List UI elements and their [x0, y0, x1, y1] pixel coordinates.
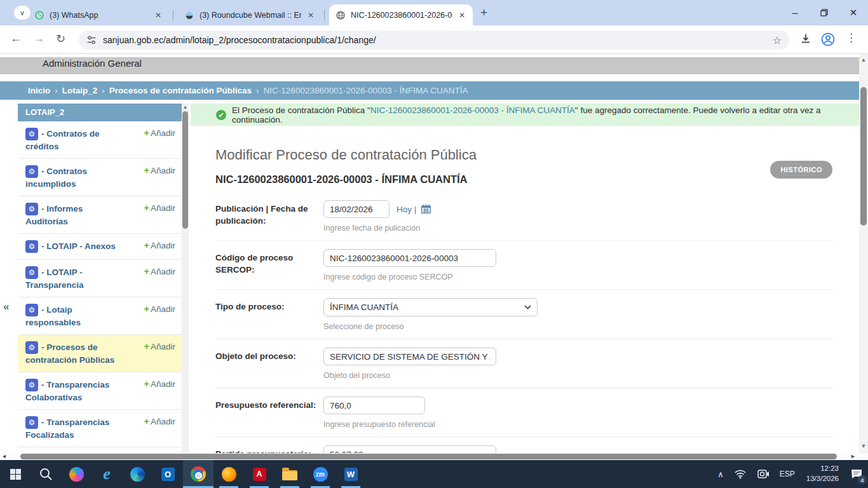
copilot-icon: [69, 467, 84, 482]
outlook-button[interactable]: O: [153, 460, 183, 488]
scroll-down-icon[interactable]: ▼: [859, 443, 868, 449]
file-explorer-button[interactable]: [275, 460, 305, 488]
field-help: Ingrese presupuesto referencial: [323, 420, 833, 429]
close-tab-icon[interactable]: ✕: [306, 11, 315, 20]
sidebar-item-contratos-incumplidos[interactable]: ⚙- Contratos incumplidos +Añadir: [18, 159, 182, 196]
sidebar-scrollbar[interactable]: ▲: [182, 104, 189, 453]
add-button[interactable]: +Añadir: [144, 165, 175, 175]
tray-chevron-up-icon[interactable]: ∧: [712, 460, 729, 488]
download-icon[interactable]: [799, 32, 812, 48]
add-button[interactable]: +Añadir: [144, 127, 175, 138]
add-button[interactable]: +Añadir: [144, 303, 175, 314]
calendar-icon[interactable]: [421, 204, 431, 214]
copilot-button[interactable]: [61, 460, 92, 488]
partida-input[interactable]: [323, 445, 496, 453]
site-header-band: Administración General: [0, 57, 859, 74]
zoom-button[interactable]: zm: [305, 460, 336, 488]
sidebar-collapse-icon[interactable]: «: [3, 301, 9, 313]
wifi-icon[interactable]: [729, 460, 752, 488]
horizontal-scrollbar-thumb[interactable]: [20, 454, 837, 459]
acrobat-button[interactable]: A: [244, 460, 275, 488]
notification-button[interactable]: 4: [845, 460, 868, 488]
chrome-button[interactable]: ☺: [183, 460, 214, 488]
language-indicator[interactable]: ESP: [775, 460, 800, 488]
add-button[interactable]: +Añadir: [144, 416, 175, 426]
sidebar-item-lotaip-anexos[interactable]: ⚙- LOTAIP - Anexos +Añadir: [18, 234, 182, 260]
site-settings-icon[interactable]: [86, 35, 97, 45]
address-bar[interactable]: sanjuan.gob.ec/admin/lotaip_2/procesocon…: [79, 30, 789, 50]
add-button[interactable]: +Añadir: [144, 240, 175, 250]
forward-button[interactable]: →: [33, 32, 44, 45]
scroll-up-icon[interactable]: ▲: [182, 104, 189, 110]
start-button[interactable]: [0, 460, 31, 488]
close-tab-icon[interactable]: ✕: [154, 11, 163, 20]
codigo-sercop-input[interactable]: [323, 249, 496, 267]
sidebar-item-transparencias-focalizadas[interactable]: ⚙- Transparencias Focalizadas +Añadir: [18, 410, 182, 447]
taskbar: e O ☺ A zm W ∧ ESP 12:2313/3/2026 4: [0, 460, 868, 488]
sidebar-item-contratos-creditos[interactable]: ⚙- Contratos de créditos +Añadir: [18, 121, 182, 159]
breadcrumb-separator: ›: [55, 86, 58, 95]
sidebar-item-informes-auditorias[interactable]: ⚙- Informes Auditorías +Añadir: [18, 196, 182, 234]
add-button[interactable]: +Añadir: [144, 378, 175, 389]
url-text[interactable]: sanjuan.gob.ec/admin/lotaip_2/procesocon…: [103, 35, 773, 45]
restore-button[interactable]: [810, 0, 839, 25]
reload-button[interactable]: ↻: [56, 32, 65, 46]
presupuesto-input[interactable]: [323, 396, 425, 414]
gear-icon: ⚙: [25, 379, 38, 391]
objeto-proceso-input[interactable]: [323, 348, 496, 365]
object-link[interactable]: NIC-1260023860001-2026-00003 - ÍNFIMA CU…: [370, 105, 575, 115]
internet-explorer-button[interactable]: e: [92, 460, 122, 488]
tab-whatsapp[interactable]: (3) WhatsApp ✕: [28, 4, 169, 25]
new-tab-button[interactable]: +: [480, 6, 487, 20]
add-button[interactable]: +Añadir: [144, 266, 175, 276]
historic-button[interactable]: HISTÓRICO: [770, 161, 832, 179]
meet-now-icon[interactable]: [752, 460, 775, 488]
scroll-left-icon[interactable]: ◄: [1, 453, 7, 459]
browser-tab-strip: ∨ (3) WhatsApp ✕ (3) Roundcube Webmail :…: [0, 0, 868, 25]
firefox-button[interactable]: [214, 460, 244, 488]
sidebar-item-transparencias-colaborativas[interactable]: ⚙- Transparencias Colaborativas +Añadir: [18, 372, 182, 410]
add-button[interactable]: +Añadir: [144, 202, 175, 213]
search-button[interactable]: [31, 460, 61, 488]
back-button[interactable]: ←: [10, 32, 22, 45]
menu-dots-icon[interactable]: ⋮: [846, 31, 857, 44]
sidebar-item-procesos-contratacion[interactable]: ⚙- Procesos de contratación Públicas +Añ…: [18, 335, 182, 372]
plus-icon: +: [144, 202, 149, 213]
sidebar-item-lotaip-responsables[interactable]: ⚙- Lotaip responsables +Añadir: [18, 297, 182, 335]
check-icon: ✔: [216, 110, 226, 120]
clock[interactable]: 12:2313/3/2026: [800, 460, 845, 488]
profile-icon[interactable]: [821, 32, 835, 49]
tab-roundcube[interactable]: (3) Roundcube Webmail :: Entra ✕: [178, 4, 322, 25]
sidebar-item-lotaip-transparencia[interactable]: ⚙- LOTAIP - Transparencia +Añadir: [18, 260, 182, 297]
add-button[interactable]: +Añadir: [144, 341, 175, 351]
scroll-up-icon[interactable]: ▲: [859, 57, 868, 63]
today-link[interactable]: Hoy |: [397, 205, 416, 214]
vertical-scrollbar-thumb[interactable]: [860, 87, 867, 226]
page-horizontal-scrollbar[interactable]: ◄ ►: [0, 453, 868, 460]
edge-button[interactable]: [122, 460, 153, 488]
tipo-proceso-select[interactable]: ÍNFIMA CUANTÍA: [323, 298, 538, 316]
breadcrumb-separator: ›: [256, 86, 259, 95]
bookmark-star-icon[interactable]: ☆: [773, 34, 782, 46]
fecha-publicacion-input[interactable]: [323, 200, 390, 218]
field-help: Seleccione de proceso: [323, 322, 833, 331]
plus-icon: +: [144, 266, 149, 276]
notification-badge: 4: [858, 475, 867, 484]
breadcrumb-current: NIC-1260023860001-2026-00003 - ÍNFIMA CU…: [264, 86, 468, 95]
page-vertical-scrollbar[interactable]: ▲ ▼: [859, 54, 868, 453]
sidebar-scrollbar-thumb[interactable]: [182, 111, 188, 229]
sidebar-item-label[interactable]: - Procesos de contratación Públicas: [25, 342, 114, 365]
close-window-button[interactable]: ✕: [839, 0, 868, 25]
word-button[interactable]: W: [336, 460, 366, 488]
gear-icon: ⚙: [25, 341, 38, 354]
scroll-right-icon[interactable]: ►: [850, 453, 856, 459]
close-tab-icon[interactable]: ✕: [458, 11, 466, 20]
breadcrumb-model[interactable]: Procesos de contratación Públicas: [109, 86, 252, 95]
minimize-button[interactable]: ─: [780, 0, 810, 25]
acrobat-icon: A: [253, 468, 266, 481]
success-text: El Proceso de contratación Pública "NIC-…: [232, 105, 859, 125]
sidebar-item-label[interactable]: - LOTAIP - Anexos: [41, 241, 116, 251]
breadcrumb-app[interactable]: Lotaip_2: [62, 86, 98, 95]
tab-admin-active[interactable]: NIC-1260023860001-2026-000 ✕: [329, 4, 473, 25]
breadcrumb-home[interactable]: Inicio: [28, 86, 50, 95]
